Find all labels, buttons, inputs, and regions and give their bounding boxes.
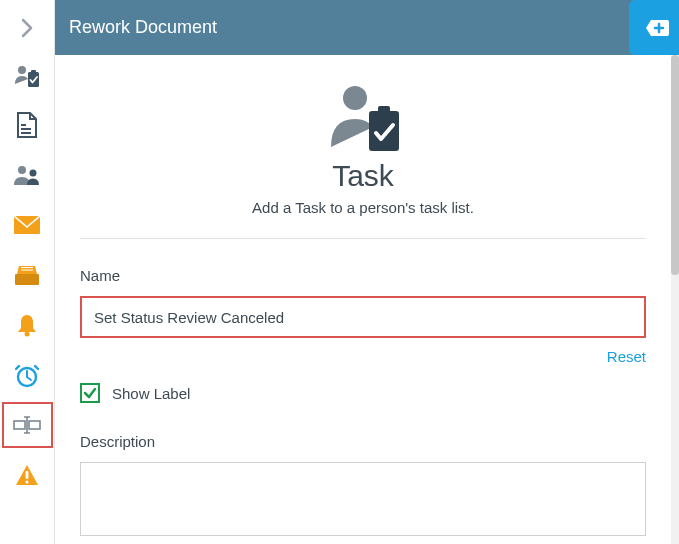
document-icon	[16, 112, 38, 138]
clipboard-person-icon	[14, 62, 40, 88]
sidebar-item-tasks[interactable]	[0, 50, 55, 100]
svg-rect-9	[15, 274, 39, 285]
description-textarea[interactable]	[80, 462, 646, 536]
form-field-icon	[13, 416, 41, 434]
svg-point-16	[343, 86, 367, 110]
tag-plus-icon	[639, 18, 669, 38]
sidebar-item-forms[interactable]	[0, 400, 55, 450]
svg-rect-17	[369, 111, 399, 151]
warning-icon	[15, 464, 39, 486]
sidebar-item-warnings[interactable]	[0, 450, 55, 500]
sidebar-item-notifications[interactable]	[0, 300, 55, 350]
svg-rect-4	[21, 128, 31, 130]
svg-rect-13	[29, 421, 40, 429]
svg-rect-5	[21, 132, 31, 134]
people-icon	[13, 164, 41, 186]
clock-icon	[15, 362, 39, 388]
sidebar-item-documents[interactable]	[0, 100, 55, 150]
mail-icon	[14, 216, 40, 234]
scrollbar-thumb[interactable]	[671, 55, 679, 275]
sidebar-item-mail[interactable]	[0, 200, 55, 250]
sidebar-item-timer[interactable]	[0, 350, 55, 400]
header-action-button[interactable]	[629, 0, 679, 55]
hero-section: Task Add a Task to a person's task list.	[80, 73, 646, 239]
sidebar-item-people[interactable]	[0, 150, 55, 200]
svg-rect-1	[28, 72, 39, 87]
hero-title: Task	[332, 159, 394, 193]
name-input[interactable]	[80, 296, 646, 338]
name-label: Name	[80, 267, 646, 284]
reset-link[interactable]: Reset	[607, 348, 646, 365]
description-label: Description	[80, 433, 646, 450]
svg-point-10	[25, 332, 30, 337]
svg-rect-18	[378, 106, 390, 116]
chevron-right-icon	[20, 18, 34, 38]
svg-rect-2	[31, 70, 36, 74]
svg-rect-14	[26, 471, 29, 479]
hero-subtitle: Add a Task to a person's task list.	[252, 199, 474, 216]
panel-title: Rework Document	[69, 17, 217, 38]
sidebar-toggle[interactable]	[0, 6, 55, 50]
svg-point-15	[25, 480, 28, 483]
svg-rect-3	[21, 124, 26, 126]
panel-header: Rework Document	[55, 0, 679, 55]
sidebar-item-inbox[interactable]	[0, 250, 55, 300]
main-content: Task Add a Task to a person's task list.…	[55, 55, 671, 544]
bell-icon	[16, 313, 38, 337]
show-label-checkbox[interactable]	[80, 383, 100, 403]
task-hero-icon	[323, 81, 403, 155]
svg-point-6	[18, 166, 26, 174]
scrollbar-track[interactable]	[671, 55, 679, 544]
svg-point-7	[30, 170, 37, 177]
show-label-text: Show Label	[112, 385, 190, 402]
check-icon	[83, 386, 97, 400]
svg-rect-12	[14, 421, 25, 429]
sidebar	[0, 0, 55, 544]
inbox-icon	[15, 264, 39, 286]
svg-point-0	[18, 66, 26, 74]
